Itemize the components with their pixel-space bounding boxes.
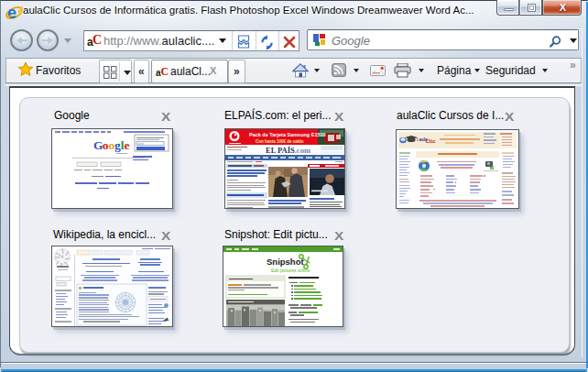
svg-text:Clic: Clic	[426, 138, 437, 144]
svg-text:e: e	[7, 4, 16, 21]
svg-text:Pack de Tarjeta Samsung E1510: Pack de Tarjeta Samsung E1510	[249, 132, 326, 137]
svg-text:Snipshot: Snipshot	[267, 257, 304, 267]
svg-text:e: e	[125, 138, 130, 152]
svg-text:Con hasta 100€ de saldo: Con hasta 100€ de saldo	[256, 139, 304, 144]
svg-text:EL PAÍS.com: EL PAÍS.com	[266, 146, 310, 155]
svg-text:Edit pictures online: Edit pictures online	[271, 268, 310, 273]
